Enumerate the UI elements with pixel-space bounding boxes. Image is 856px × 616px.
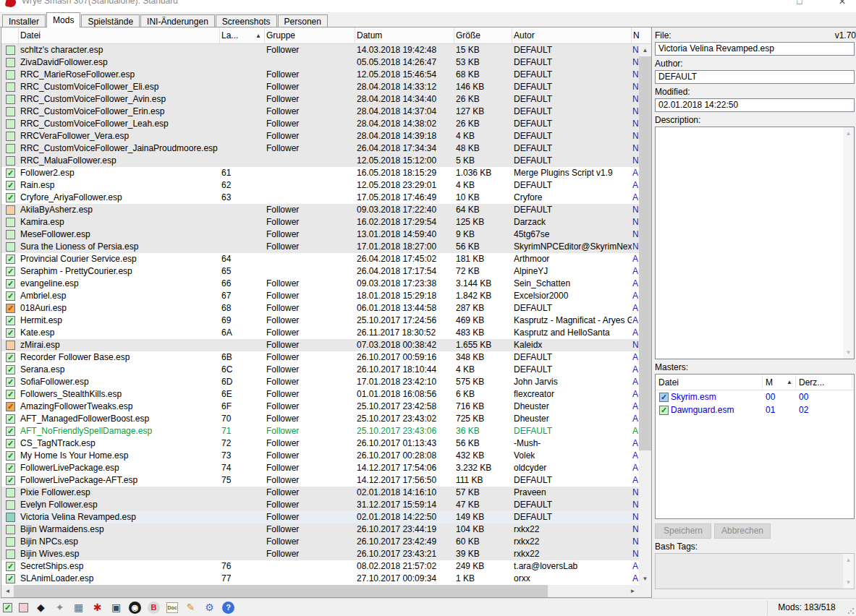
masters-column-index-header[interactable]: M ▲ [763,375,796,390]
mod-row[interactable]: ✓Kate.esp6AFollower26.11.2017 18:30:5248… [1,327,640,339]
scroll-up-icon[interactable]: ▲ [639,44,651,56]
modified-field[interactable]: 02.01.2018 14:22:50 [655,98,855,112]
mod-checkbox[interactable]: ✓ [6,341,15,350]
tab-ini-nderungen[interactable]: INI-Änderungen [140,14,215,27]
mod-checkbox[interactable]: ✓ [6,365,15,375]
mod-checkbox[interactable]: ✓ [6,537,15,547]
mod-row[interactable]: ✓Kamira.espFollower16.02.2018 17:29:5412… [1,216,640,228]
mod-row[interactable]: ✓AmazingFollowerTweaks.esp6FFollower25.1… [1,401,640,413]
mod-checkbox[interactable]: ✓ [6,574,15,583]
mod-row[interactable]: ✓Sura the Lioness of Persia.espFollower1… [1,241,640,253]
column-size-header[interactable]: Größe [454,27,512,43]
mod-row[interactable]: ✓RRC_CustomVoiceFollower_Leah.espFollowe… [1,118,640,130]
doc-browser-icon[interactable]: Doc [166,602,178,613]
mod-row[interactable]: ✓Bijin Warmaidens.espFollower26.10.2017 … [1,523,640,536]
mod-row[interactable]: ✓Pixie Follower.espFollower02.01.2018 14… [1,487,640,499]
mod-checkbox[interactable]: ✓ [6,156,15,166]
mod-row[interactable]: ✓Bijin Wives.espFollower26.10.2017 23:43… [1,548,640,560]
mod-row[interactable]: ✓SofiaFollower.esp6DFollower17.01.2018 2… [1,376,640,388]
mod-row[interactable]: ✓FollowerLivePackage-AFT.esp75Follower14… [1,474,640,487]
mod-checkbox[interactable]: ✓ [6,70,15,80]
nifskope-editor-icon[interactable]: ▣ [110,602,122,614]
mod-checkbox[interactable]: ✓ [6,427,15,436]
mod-checkbox[interactable]: ✓ [6,451,15,461]
mod-checkbox[interactable]: ✓ [6,402,15,411]
mod-checkbox[interactable]: ✓ [6,377,15,387]
mod-row[interactable]: ✓018Auri.esp68Follower06.01.2018 13:44:5… [1,302,640,315]
mod-checkbox[interactable]: ✓ [6,476,15,485]
mod-row[interactable]: ✓RRC_CustomVoiceFollower_Avin.espFollowe… [1,93,640,106]
mod-checkbox[interactable]: ✓ [6,500,15,510]
mod-checkbox[interactable]: ✓ [6,205,15,215]
loot-boss-icon[interactable]: ✱ [91,602,103,614]
skyrim-launch-icon[interactable]: ◆ [35,602,47,614]
scroll-left-icon[interactable]: ◄ [1,585,14,597]
column-load-order-header[interactable]: La... ▲ [220,27,265,43]
mod-row[interactable]: ✓RRC_MarieRoseFollower.espFollower12.05.… [1,69,640,81]
mod-row[interactable]: ✓RRCVeraFollower_Vera.espFollower28.04.2… [1,130,640,142]
mod-row[interactable]: ✓Cryfore_AriyaFollower.esp6317.05.2018 1… [1,192,640,204]
mod-row[interactable]: ✓Ambriel.esp67Follower18.01.2018 15:29:1… [1,290,640,302]
mod-row[interactable]: ✓AFT_ManagedFollowerBoost.esp70Follower2… [1,413,640,425]
scroll-right-icon[interactable]: ► [627,585,639,597]
mod-row[interactable]: ✓Serana.esp6CFollower26.10.2017 18:10:44… [1,364,640,376]
tab-spielst-nde[interactable]: Spielstände [81,14,140,27]
mod-row[interactable]: ✓ZivaDavidFollower.esp05.05.2018 14:26:4… [1,56,640,69]
mod-checkbox[interactable]: ✓ [6,181,15,190]
save-button[interactable]: Speichern [655,523,711,539]
mod-checkbox[interactable]: ✓ [6,95,15,104]
mod-checkbox[interactable]: ✓ [6,353,15,362]
mod-row[interactable]: ✓Recorder Follower Base.esp6BFollower26.… [1,351,640,364]
mod-row[interactable]: ✓SLAnimLoader.esp7727.10.2017 00:09:341 … [1,573,640,585]
mod-row[interactable]: ✓RRC_CustomVoiceFollower_JainaProudmoore… [1,142,640,155]
settings-gear-icon[interactable]: ⚙ [203,602,216,614]
scroll-down-icon[interactable]: ▼ [843,577,854,588]
column-truncated-header[interactable]: N [632,27,640,43]
mod-row[interactable]: ✓FollowerLivePackage.esp74Follower14.12.… [1,462,640,474]
description-scrollbar[interactable]: ▲ ▼ [843,127,854,359]
description-field[interactable]: ▲ ▼ [655,127,855,359]
scroll-up-icon[interactable]: ▲ [843,555,854,565]
mod-row[interactable]: ✓evangeline.esp66Follower09.03.2018 17:2… [1,278,640,290]
scroll-down-icon[interactable]: ▼ [843,347,854,358]
mod-checkbox[interactable]: ✓ [6,304,15,313]
maximize-button[interactable]: □ [793,0,806,8]
mod-checkbox[interactable]: ✓ [6,414,15,424]
mod-checkbox[interactable]: ✓ [6,525,15,534]
mod-row[interactable]: ✓CS_TagNTrack.esp72Follower26.10.2017 01… [1,437,640,450]
tes5edit-icon[interactable]: ▦ [72,602,85,614]
mod-checkbox[interactable]: ✓ [6,562,15,571]
tab-screenshots[interactable]: Screenshots [216,14,277,27]
mod-row[interactable]: ✓schltz's character.espFollower14.03.201… [1,44,640,56]
column-group-header[interactable]: Gruppe [265,27,355,43]
bash-tags-field[interactable]: ▲ ▼ [655,553,855,589]
mod-checkbox[interactable]: ✓ [6,549,15,559]
resize-grip[interactable] [847,607,855,615]
mod-checkbox[interactable]: ✓ [6,107,15,116]
master-checkbox[interactable]: ✓ [659,393,669,402]
mod-checkbox[interactable]: ✓ [6,439,15,448]
mod-checkbox[interactable]: ✓ [6,513,15,522]
master-row[interactable]: ✓Skyrim.esm0000 [656,390,854,403]
mod-checkbox[interactable]: ✓ [6,144,15,153]
mod-checkbox[interactable]: ✓ [6,279,15,288]
mod-checkbox[interactable]: ✓ [6,328,15,338]
mods-horizontal-scrollbar[interactable]: ◄ ► [1,585,651,597]
help-icon[interactable]: ? [222,602,234,614]
vertical-scroll-thumb[interactable] [639,56,651,450]
masters-column-current-header[interactable]: Derz... [796,375,852,390]
file-field[interactable]: Victoria Velina Revamped.esp [655,42,855,56]
mod-checkbox[interactable]: ✓ [6,132,15,141]
column-author-header[interactable]: Autor [512,27,632,43]
mod-row[interactable]: ✓MeseFollower.espFollower13.01.2018 14:5… [1,228,640,241]
mod-row[interactable]: ✓Seraphim - PrettyCourier.esp6526.04.201… [1,265,640,278]
mod-row[interactable]: ✓RRC_CustomVoiceFollower_Eli.espFollower… [1,81,640,93]
mod-row[interactable]: ✓Provincial Courier Service.esp6426.04.2… [1,253,640,265]
mod-row[interactable]: ✓Hermit.esp69Follower25.10.2017 17:24:56… [1,315,640,327]
tab-personen[interactable]: Personen [278,14,328,27]
mod-checkbox[interactable]: ✓ [6,193,15,202]
scroll-up-icon[interactable]: ▲ [843,128,854,139]
cancel-button[interactable]: Abbrechen [714,523,771,539]
bink-video-icon[interactable]: B [148,602,160,614]
mod-checkbox[interactable]: ✓ [6,168,15,178]
